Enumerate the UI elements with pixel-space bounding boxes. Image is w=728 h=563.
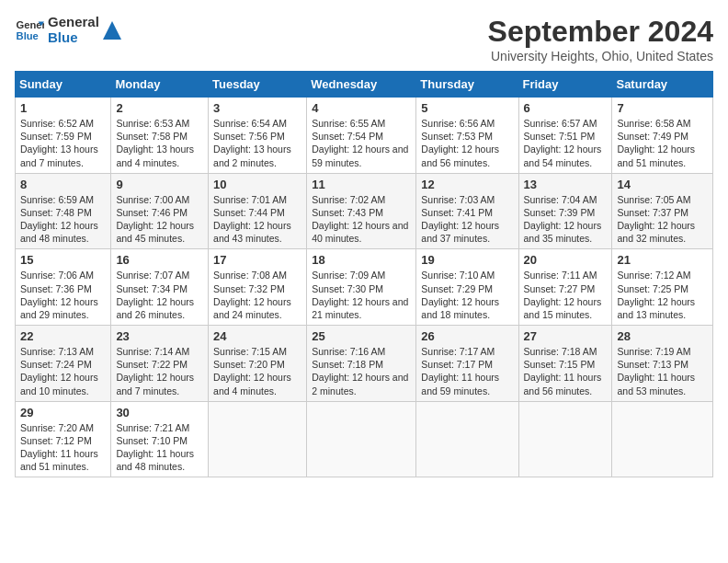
calendar-cell: 28Sunrise: 7:19 AMSunset: 7:13 PMDayligh…	[612, 326, 713, 402]
day-number: 25	[312, 329, 411, 343]
day-info: Sunrise: 6:54 AMSunset: 7:56 PMDaylight:…	[213, 117, 301, 169]
day-info: Sunrise: 7:04 AMSunset: 7:39 PMDaylight:…	[524, 193, 608, 246]
column-header-thursday: Thursday	[416, 72, 518, 98]
calendar-cell: 4Sunrise: 6:55 AMSunset: 7:54 PMDaylight…	[307, 98, 416, 174]
day-number: 27	[524, 329, 608, 343]
day-number: 4	[312, 101, 411, 115]
calendar-cell: 11Sunrise: 7:02 AMSunset: 7:43 PMDayligh…	[307, 173, 416, 249]
column-header-tuesday: Tuesday	[209, 72, 307, 98]
day-info: Sunrise: 6:52 AMSunset: 7:59 PMDaylight:…	[20, 117, 106, 169]
day-number: 11	[312, 178, 411, 191]
logo-icon: General Blue	[15, 16, 44, 45]
day-number: 23	[116, 329, 203, 343]
calendar-cell	[518, 401, 612, 477]
svg-marker-3	[103, 21, 121, 40]
day-number: 15	[20, 253, 106, 267]
day-number: 1	[20, 101, 106, 115]
calendar-cell: 7Sunrise: 6:58 AMSunset: 7:49 PMDaylight…	[612, 98, 713, 174]
day-info: Sunrise: 7:12 AMSunset: 7:25 PMDaylight:…	[617, 269, 708, 321]
title-area: September 2024 University Heights, Ohio,…	[488, 15, 713, 63]
day-info: Sunrise: 6:57 AMSunset: 7:51 PMDaylight:…	[524, 117, 608, 169]
calendar-cell: 29Sunrise: 7:20 AMSunset: 7:12 PMDayligh…	[16, 401, 111, 477]
calendar-cell: 20Sunrise: 7:11 AMSunset: 7:27 PMDayligh…	[518, 249, 612, 326]
calendar-cell	[416, 401, 518, 477]
calendar-cell	[612, 401, 713, 477]
day-info: Sunrise: 7:17 AMSunset: 7:17 PMDaylight:…	[421, 345, 513, 397]
calendar-table: SundayMondayTuesdayWednesdayThursdayFrid…	[15, 71, 713, 477]
calendar-cell: 15Sunrise: 7:06 AMSunset: 7:36 PMDayligh…	[16, 249, 111, 326]
day-info: Sunrise: 7:10 AMSunset: 7:29 PMDaylight:…	[421, 269, 513, 321]
column-header-wednesday: Wednesday	[307, 72, 416, 98]
calendar-cell: 27Sunrise: 7:18 AMSunset: 7:15 PMDayligh…	[518, 326, 612, 402]
logo: General Blue General Blue	[15, 15, 121, 45]
day-info: Sunrise: 7:16 AMSunset: 7:18 PMDaylight:…	[312, 345, 411, 397]
day-info: Sunrise: 6:59 AMSunset: 7:48 PMDaylight:…	[20, 193, 106, 246]
calendar-cell: 21Sunrise: 7:12 AMSunset: 7:25 PMDayligh…	[612, 249, 713, 326]
day-info: Sunrise: 7:11 AMSunset: 7:27 PMDaylight:…	[524, 269, 608, 321]
day-number: 12	[421, 178, 513, 191]
week-row-5: 29Sunrise: 7:20 AMSunset: 7:12 PMDayligh…	[16, 401, 713, 477]
day-number: 22	[20, 329, 106, 343]
calendar-cell: 1Sunrise: 6:52 AMSunset: 7:59 PMDaylight…	[16, 98, 111, 174]
svg-text:Blue: Blue	[17, 29, 39, 40]
logo-triangle-icon	[103, 21, 121, 40]
day-info: Sunrise: 7:21 AMSunset: 7:10 PMDaylight:…	[116, 421, 203, 474]
day-number: 6	[524, 101, 608, 115]
svg-text:General: General	[17, 19, 44, 30]
calendar-cell: 6Sunrise: 6:57 AMSunset: 7:51 PMDaylight…	[518, 98, 612, 174]
day-info: Sunrise: 6:56 AMSunset: 7:53 PMDaylight:…	[421, 117, 513, 169]
logo-general: General	[48, 15, 99, 30]
day-number: 10	[213, 178, 301, 191]
calendar-cell: 13Sunrise: 7:04 AMSunset: 7:39 PMDayligh…	[518, 173, 612, 249]
calendar-cell: 10Sunrise: 7:01 AMSunset: 7:44 PMDayligh…	[209, 173, 307, 249]
calendar-body: 1Sunrise: 6:52 AMSunset: 7:59 PMDaylight…	[16, 98, 713, 477]
day-info: Sunrise: 6:53 AMSunset: 7:58 PMDaylight:…	[116, 117, 203, 169]
day-number: 24	[213, 329, 301, 343]
day-number: 18	[312, 253, 411, 267]
day-number: 21	[617, 253, 708, 267]
day-info: Sunrise: 7:18 AMSunset: 7:15 PMDaylight:…	[524, 345, 608, 397]
day-number: 17	[213, 253, 301, 267]
calendar-cell: 12Sunrise: 7:03 AMSunset: 7:41 PMDayligh…	[416, 173, 518, 249]
calendar-cell: 18Sunrise: 7:09 AMSunset: 7:30 PMDayligh…	[307, 249, 416, 326]
calendar-cell: 30Sunrise: 7:21 AMSunset: 7:10 PMDayligh…	[111, 401, 209, 477]
column-header-monday: Monday	[111, 72, 209, 98]
calendar-cell: 2Sunrise: 6:53 AMSunset: 7:58 PMDaylight…	[111, 98, 209, 174]
day-number: 29	[20, 406, 106, 419]
day-info: Sunrise: 7:07 AMSunset: 7:34 PMDaylight:…	[116, 269, 203, 321]
calendar-cell: 22Sunrise: 7:13 AMSunset: 7:24 PMDayligh…	[16, 326, 111, 402]
calendar-cell: 16Sunrise: 7:07 AMSunset: 7:34 PMDayligh…	[111, 249, 209, 326]
calendar-header-row: SundayMondayTuesdayWednesdayThursdayFrid…	[16, 72, 713, 98]
day-number: 5	[421, 101, 513, 115]
day-info: Sunrise: 7:08 AMSunset: 7:32 PMDaylight:…	[213, 269, 301, 321]
calendar-cell: 14Sunrise: 7:05 AMSunset: 7:37 PMDayligh…	[612, 173, 713, 249]
day-number: 9	[116, 178, 203, 191]
day-number: 2	[116, 101, 203, 115]
week-row-2: 8Sunrise: 6:59 AMSunset: 7:48 PMDaylight…	[16, 173, 713, 249]
day-number: 14	[617, 178, 708, 191]
calendar-cell: 24Sunrise: 7:15 AMSunset: 7:20 PMDayligh…	[209, 326, 307, 402]
logo-blue: Blue	[48, 30, 99, 46]
calendar-cell: 5Sunrise: 6:56 AMSunset: 7:53 PMDaylight…	[416, 98, 518, 174]
column-header-saturday: Saturday	[612, 72, 713, 98]
day-number: 16	[116, 253, 203, 267]
day-info: Sunrise: 7:15 AMSunset: 7:20 PMDaylight:…	[213, 345, 301, 397]
day-number: 19	[421, 253, 513, 267]
calendar-cell: 25Sunrise: 7:16 AMSunset: 7:18 PMDayligh…	[307, 326, 416, 402]
calendar-cell: 17Sunrise: 7:08 AMSunset: 7:32 PMDayligh…	[209, 249, 307, 326]
calendar-cell	[209, 401, 307, 477]
calendar-cell	[307, 401, 416, 477]
day-info: Sunrise: 6:55 AMSunset: 7:54 PMDaylight:…	[312, 117, 411, 169]
header: General Blue General Blue September 2024…	[15, 15, 713, 63]
day-info: Sunrise: 7:20 AMSunset: 7:12 PMDaylight:…	[20, 421, 106, 474]
day-info: Sunrise: 7:06 AMSunset: 7:36 PMDaylight:…	[20, 269, 106, 321]
day-info: Sunrise: 7:03 AMSunset: 7:41 PMDaylight:…	[421, 193, 513, 246]
day-info: Sunrise: 7:00 AMSunset: 7:46 PMDaylight:…	[116, 193, 203, 246]
column-header-sunday: Sunday	[16, 72, 111, 98]
calendar-title: September 2024	[488, 15, 713, 49]
day-info: Sunrise: 7:13 AMSunset: 7:24 PMDaylight:…	[20, 345, 106, 397]
day-number: 28	[617, 329, 708, 343]
day-number: 7	[617, 101, 708, 115]
day-number: 26	[421, 329, 513, 343]
day-info: Sunrise: 7:02 AMSunset: 7:43 PMDaylight:…	[312, 193, 411, 246]
